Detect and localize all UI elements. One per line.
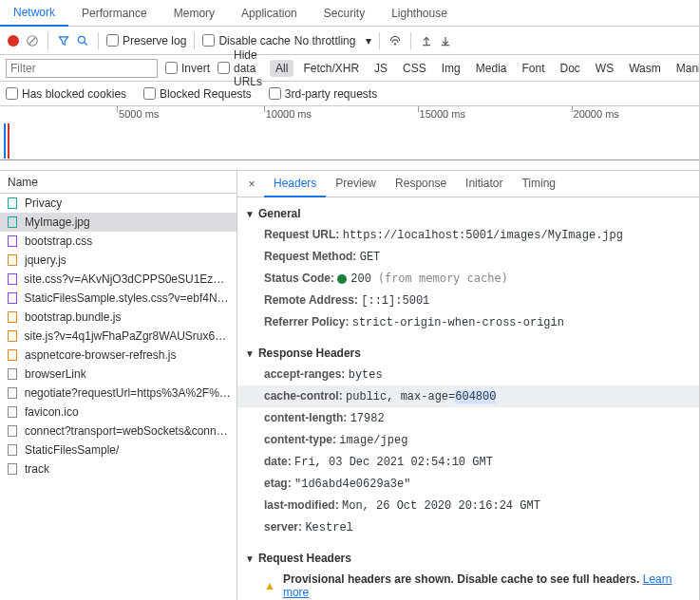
svg-line-1 xyxy=(29,37,36,44)
filter-input[interactable] xyxy=(6,59,158,78)
request-name: bootstrap.css xyxy=(25,234,92,248)
status-dot-icon xyxy=(337,274,347,284)
request-name: MyImage.jpg xyxy=(25,216,90,229)
general-request-method: Request Method: GET xyxy=(237,246,699,268)
file-icon xyxy=(6,405,19,419)
close-detail-icon[interactable]: × xyxy=(241,178,262,191)
response-header-row: content-type: image/jpeg xyxy=(237,429,699,451)
type-filter-all[interactable]: All xyxy=(270,60,293,77)
section-request-headers[interactable]: ▼Request Headers xyxy=(237,546,699,569)
blocked-cookies-checkbox[interactable]: Has blocked cookies xyxy=(6,87,126,101)
type-filter-wasm[interactable]: Wasm xyxy=(623,60,667,77)
network-timeline[interactable]: 5000 ms10000 ms15000 ms20000 ms xyxy=(0,106,699,171)
file-icon xyxy=(6,197,19,210)
upload-har-icon[interactable] xyxy=(419,33,434,48)
request-name: browserLink xyxy=(25,367,86,381)
clear-icon[interactable] xyxy=(25,33,40,48)
request-name: track xyxy=(25,462,49,476)
detail-tab-response[interactable]: Response xyxy=(386,171,456,197)
file-icon xyxy=(6,272,18,286)
panel-tab-security[interactable]: Security xyxy=(311,1,378,26)
panel-tab-performance[interactable]: Performance xyxy=(68,1,161,26)
request-name: site.css?v=AKvNjO3dCPPS0eSU1Ez8T2... xyxy=(24,272,231,286)
svg-point-2 xyxy=(78,36,85,43)
request-name: StaticFilesSample/ xyxy=(25,443,119,457)
network-toolbar: Preserve log Disable cache No throttling… xyxy=(0,27,699,55)
response-header-row: content-length: 17982 xyxy=(237,407,699,429)
request-row[interactable]: site.js?v=4q1jwFhaPaZgr8WAUSrux6hA... xyxy=(0,327,236,346)
request-name: negotiate?requestUrl=https%3A%2F%2... xyxy=(25,386,231,400)
resource-type-filters: AllFetch/XHRJSCSSImgMediaFontDocWSWasmMa… xyxy=(270,60,700,77)
request-row[interactable]: MyImage.jpg xyxy=(0,213,236,232)
general-referrer-policy: Referrer Policy: strict-origin-when-cros… xyxy=(237,311,699,333)
request-row[interactable]: jquery.js xyxy=(0,251,236,270)
panel-tab-lighthouse[interactable]: Lighthouse xyxy=(378,1,461,26)
request-name: favicon.ico xyxy=(25,405,79,419)
request-detail-panel: × HeadersPreviewResponseInitiatorTiming … xyxy=(237,171,699,600)
invert-checkbox[interactable]: Invert xyxy=(165,62,210,75)
response-header-row: accept-ranges: bytes xyxy=(237,364,699,385)
file-icon xyxy=(6,216,19,229)
preserve-log-checkbox[interactable]: Preserve log xyxy=(106,34,186,47)
detail-tab-initiator[interactable]: Initiator xyxy=(456,171,512,197)
request-row[interactable]: aspnetcore-browser-refresh.js xyxy=(0,346,236,365)
panel-tab-application[interactable]: Application xyxy=(228,1,311,26)
throttling-select[interactable]: No throttling ▾ xyxy=(294,34,371,47)
file-icon xyxy=(6,329,19,343)
type-filter-js[interactable]: JS xyxy=(369,60,393,77)
file-icon xyxy=(6,310,19,324)
request-row[interactable]: negotiate?requestUrl=https%3A%2F%2... xyxy=(0,384,236,403)
panel-tab-network[interactable]: Network xyxy=(0,0,68,27)
detail-tab-timing[interactable]: Timing xyxy=(512,171,565,197)
request-row[interactable]: StaticFilesSample/ xyxy=(0,441,236,459)
filter-icon[interactable] xyxy=(56,33,71,48)
type-filter-ws[interactable]: WS xyxy=(590,60,619,77)
record-button[interactable] xyxy=(6,33,21,48)
response-header-row: last-modified: Mon, 26 Oct 2020 20:16:24… xyxy=(237,495,699,516)
section-response-headers[interactable]: ▼Response Headers xyxy=(237,341,699,364)
type-filter-font[interactable]: Font xyxy=(516,60,550,77)
section-general[interactable]: ▼General xyxy=(237,201,699,224)
type-filter-fetchxhr[interactable]: Fetch/XHR xyxy=(297,60,365,77)
download-har-icon[interactable] xyxy=(438,33,453,48)
file-icon xyxy=(6,462,19,476)
network-filter-bar: Invert Hide data URLs AllFetch/XHRJSCSSI… xyxy=(0,55,699,82)
panel-tab-memory[interactable]: Memory xyxy=(161,1,228,26)
file-icon xyxy=(6,234,19,248)
request-row[interactable]: bootstrap.css xyxy=(0,232,236,251)
timeline-tick: 10000 ms xyxy=(266,108,312,120)
request-row[interactable]: bootstrap.bundle.js xyxy=(0,308,236,327)
file-icon xyxy=(6,367,19,381)
search-icon[interactable] xyxy=(75,33,90,48)
request-row[interactable]: Privacy xyxy=(0,194,236,213)
file-icon xyxy=(6,253,19,267)
type-filter-css[interactable]: CSS xyxy=(397,60,432,77)
detail-tab-headers[interactable]: Headers xyxy=(264,171,326,197)
type-filter-manife[interactable]: Manife xyxy=(671,60,700,77)
request-row[interactable]: site.css?v=AKvNjO3dCPPS0eSU1Ez8T2... xyxy=(0,270,236,289)
request-row[interactable]: track xyxy=(0,459,236,478)
request-row[interactable]: connect?transport=webSockets&conne... xyxy=(0,422,236,441)
general-status-code: Status Code: 200 (from memory cache) xyxy=(237,268,699,290)
response-header-row: cache-control: public, max-age=604800 xyxy=(237,385,699,407)
type-filter-doc[interactable]: Doc xyxy=(554,60,585,77)
type-filter-media[interactable]: Media xyxy=(470,60,513,77)
request-name: StaticFilesSample.styles.css?v=ebf4NvV..… xyxy=(24,291,231,305)
type-filter-img[interactable]: Img xyxy=(436,60,466,77)
blocked-requests-checkbox[interactable]: Blocked Requests xyxy=(143,87,252,101)
request-table-header-name[interactable]: Name xyxy=(0,171,236,194)
timeline-tick: 5000 ms xyxy=(119,108,159,120)
file-icon xyxy=(6,386,19,400)
request-name: jquery.js xyxy=(25,253,66,267)
network-filter-bar-2: Has blocked cookies Blocked Requests 3rd… xyxy=(0,82,699,106)
request-name: aspnetcore-browser-refresh.js xyxy=(25,348,176,362)
detail-tab-preview[interactable]: Preview xyxy=(326,171,386,197)
third-party-checkbox[interactable]: 3rd-party requests xyxy=(269,87,377,101)
file-icon xyxy=(6,443,19,457)
request-row[interactable]: browserLink xyxy=(0,365,236,384)
hide-data-urls-checkbox[interactable]: Hide data URLs xyxy=(218,48,262,88)
request-row[interactable]: StaticFilesSample.styles.css?v=ebf4NvV..… xyxy=(0,289,236,308)
network-conditions-icon[interactable] xyxy=(388,33,403,48)
disable-cache-checkbox[interactable]: Disable cache xyxy=(202,34,290,47)
request-row[interactable]: favicon.ico xyxy=(0,403,236,422)
